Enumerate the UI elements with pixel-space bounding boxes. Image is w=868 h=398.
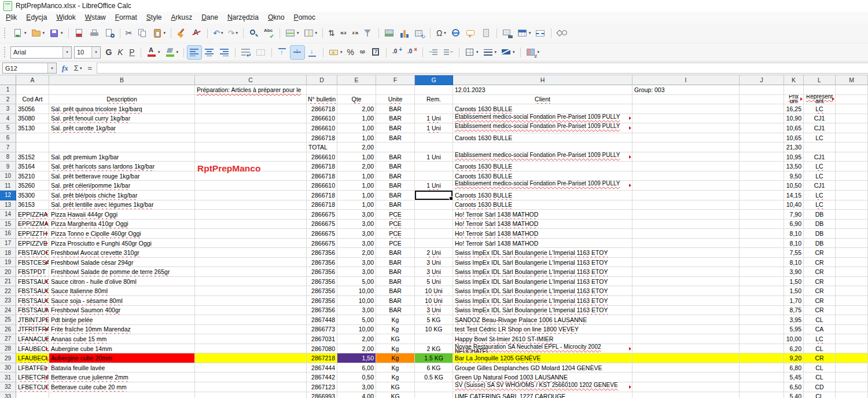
- cell-D11[interactable]: 2866610: [307, 181, 337, 191]
- cell-C17[interactable]: [195, 239, 307, 249]
- number-format-button[interactable]: 0,0: [357, 46, 367, 59]
- cell-G32[interactable]: [415, 382, 453, 392]
- cell-I11[interactable]: [632, 181, 740, 191]
- column-header-C[interactable]: C: [195, 75, 307, 85]
- cell-D33[interactable]: 2866993: [307, 392, 337, 398]
- cell-H23[interactable]: Swiss ImpEx IDL Sàrl Boulangerie L'Imper…: [453, 296, 632, 306]
- cell-D16[interactable]: 2866675: [307, 229, 337, 239]
- cell-H24[interactable]: Swiss ImpEx IDL Sàrl Boulangerie L'Imper…: [453, 306, 632, 316]
- cell-J5[interactable]: [740, 123, 784, 133]
- cell-D29[interactable]: 2867218: [307, 353, 337, 363]
- cell-K20[interactable]: 3,90: [784, 267, 804, 277]
- cell-A9[interactable]: 35164: [16, 162, 49, 171]
- cell-I29[interactable]: [632, 353, 740, 363]
- cell-M30[interactable]: [836, 363, 868, 373]
- cell-E6[interactable]: 1,00: [337, 133, 376, 143]
- cell-L4[interactable]: CJ1: [804, 114, 836, 124]
- cell-L19[interactable]: CR: [804, 258, 836, 268]
- cell-E33[interactable]: 4,00: [337, 392, 376, 398]
- cell-J15[interactable]: [740, 220, 784, 229]
- cell-C28[interactable]: [195, 344, 307, 354]
- cell-I18[interactable]: [632, 248, 740, 258]
- cell-C24[interactable]: [195, 306, 307, 316]
- cell-G7[interactable]: [415, 143, 453, 152]
- cell-M12[interactable]: [836, 191, 868, 200]
- cell-G13[interactable]: [415, 200, 453, 210]
- column-header-I[interactable]: I: [632, 75, 740, 85]
- cell-B11[interactable]: Sal. prêt céleri/pomme 1k/bar: [49, 181, 195, 191]
- cell-B4[interactable]: Sal. prêt fenouil curry 1kg/bar: [49, 114, 195, 124]
- row-header-25[interactable]: 25: [0, 315, 16, 325]
- cell-D27[interactable]: 2867031: [307, 334, 337, 344]
- cell-B24[interactable]: Freshbowl Saumon 400gr: [49, 306, 195, 316]
- cell-A4[interactable]: 35080: [16, 114, 49, 124]
- clone-formatting-button[interactable]: [175, 27, 189, 40]
- cell-C1[interactable]: Préparation: Articles à préparer pour le: [195, 85, 307, 95]
- row-header-28[interactable]: 28: [0, 344, 16, 354]
- border-style-button-dropdown-icon[interactable]: ▾: [495, 50, 497, 54]
- currency-format-button-dropdown-icon[interactable]: ▾: [340, 50, 343, 54]
- special-character-dropdown-icon[interactable]: ▾: [444, 31, 446, 35]
- menu-arkusz[interactable]: Arkusz: [166, 12, 197, 23]
- cell-F28[interactable]: Kg: [376, 344, 415, 354]
- cell-G16[interactable]: [415, 229, 453, 239]
- cell-M25[interactable]: [836, 315, 868, 325]
- split-window-button[interactable]: [534, 27, 547, 40]
- cell-A7[interactable]: [16, 143, 49, 152]
- cell-H31[interactable]: Green Up Natural Food 1003 LAUSANNE: [453, 373, 632, 382]
- cell-L22[interactable]: CR: [804, 286, 836, 296]
- cell-B26[interactable]: Frite fraîche 10mm Marendaz: [49, 325, 195, 335]
- cell-B27[interactable]: Ananas cube 15 mm: [49, 334, 195, 344]
- cell-J11[interactable]: [740, 181, 784, 191]
- cell-A22[interactable]: FBSTSAUC: [16, 286, 49, 296]
- cell-A33[interactable]: [16, 392, 49, 398]
- font-color-button-dropdown-icon[interactable]: ▾: [158, 50, 160, 54]
- cell-B15[interactable]: Pizza Margherita 410gr Oggi: [49, 220, 195, 229]
- row-header-21[interactable]: 21: [0, 277, 16, 287]
- cell-A14[interactable]: EPPIZZHA: [16, 210, 49, 220]
- cell-K16[interactable]: 8,10: [784, 229, 804, 239]
- cell-H5[interactable]: Etablissement medico-social Fondation Pr…: [453, 123, 632, 133]
- cell-G2[interactable]: Rem.: [415, 95, 453, 105]
- row-header-27[interactable]: 27: [0, 334, 16, 344]
- cell-B23[interactable]: Sauce soja - sésame 80ml: [49, 296, 195, 306]
- increase-indent-button[interactable]: [426, 46, 440, 59]
- cell-J21[interactable]: [740, 277, 784, 287]
- cell-B14[interactable]: Pizza Hawaii 444gr Oggi: [49, 210, 195, 220]
- sort-descending-button[interactable]: z↓a: [350, 27, 360, 39]
- cell-K28[interactable]: 6,20: [784, 344, 804, 354]
- cell-E9[interactable]: 2,00: [337, 162, 376, 171]
- cell-L29[interactable]: CR: [804, 353, 836, 363]
- cell-G29[interactable]: 1.5 KG: [415, 353, 453, 363]
- cell-K17[interactable]: 8,10: [784, 239, 804, 249]
- cell-E23[interactable]: 10,00: [337, 296, 376, 306]
- cell-J30[interactable]: [740, 363, 784, 373]
- headers-footers-button[interactable]: [479, 27, 493, 40]
- cell-D19[interactable]: 2867356: [307, 258, 337, 268]
- cell-M3[interactable]: [836, 104, 868, 114]
- cell-D18[interactable]: 2867356: [307, 248, 337, 258]
- cell-L13[interactable]: LC: [804, 200, 836, 210]
- freeze-panes-dropdown-icon[interactable]: ▾: [529, 31, 531, 35]
- cell-F18[interactable]: BAR: [376, 248, 415, 258]
- cell-D1[interactable]: [307, 85, 337, 95]
- cell-J12[interactable]: [740, 191, 784, 200]
- cell-C22[interactable]: [195, 286, 307, 296]
- borders-button[interactable]: ▾: [463, 46, 480, 59]
- cell-J23[interactable]: [740, 296, 784, 306]
- cell-I6[interactable]: [632, 133, 740, 143]
- cell-D4[interactable]: 2866610: [307, 114, 337, 124]
- row-header-9[interactable]: 9: [0, 162, 16, 171]
- cell-M23[interactable]: [836, 296, 868, 306]
- cell-G11[interactable]: 1 Uni: [415, 181, 453, 191]
- cell-F19[interactable]: BAR: [376, 258, 415, 268]
- row-header-26[interactable]: 26: [0, 325, 16, 335]
- cell-C31[interactable]: [195, 373, 307, 382]
- cell-F1[interactable]: [376, 85, 415, 95]
- cell-C14[interactable]: [195, 210, 307, 220]
- save-button[interactable]: ▾: [47, 27, 65, 40]
- open-button[interactable]: ▾: [30, 27, 47, 40]
- selected-cell-G12[interactable]: [415, 191, 453, 200]
- row-header-33[interactable]: 33: [0, 392, 16, 398]
- cell-M11[interactable]: [836, 181, 868, 191]
